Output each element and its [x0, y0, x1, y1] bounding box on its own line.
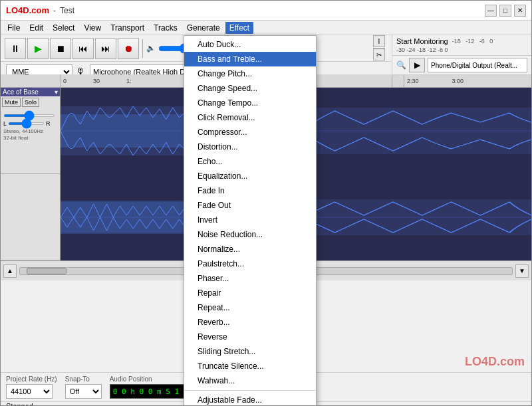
menu-file[interactable]: File: [3, 22, 24, 34]
status-text: Stopped.: [6, 402, 35, 406]
window-controls: — □ ✕: [485, 5, 526, 17]
ruler-mark-300: 3:00: [452, 78, 464, 84]
monitoring-row: Start Monitoring -18 -12 -6 0: [396, 37, 527, 45]
output-device-label: Phone/Digital Output (Realt...: [431, 62, 517, 69]
effect-fade-in[interactable]: Fade In: [184, 183, 316, 198]
play-button[interactable]: ▶: [27, 38, 49, 59]
play-right-button[interactable]: ▶: [409, 58, 425, 72]
effect-invert[interactable]: Invert: [184, 213, 316, 227]
effect-click-removal[interactable]: Click Removal...: [184, 110, 316, 125]
track-1-pan: L R: [1, 120, 60, 127]
app-window: LO4D.com - Test — □ ✕ File Edit Select V…: [0, 0, 532, 406]
track-2-controls: [1, 174, 61, 260]
menu-view[interactable]: View: [80, 22, 105, 34]
menu-generate[interactable]: Generate: [183, 22, 224, 34]
effect-repair[interactable]: Repair: [184, 286, 316, 300]
track-1-name: Ace of Base: [3, 88, 39, 96]
effect-equalization[interactable]: Equalization...: [184, 169, 316, 183]
expand-track-button[interactable]: ▲: [3, 264, 17, 278]
ruler-right: 2:30 3:00: [404, 74, 531, 87]
track-1-buttons: Mute Solo: [1, 96, 60, 108]
ruler-mark-0: 0: [63, 78, 66, 84]
watermark-text: LO4D.com: [465, 355, 525, 368]
meter-scale-label: -30 -24 -18 -12 -6 0: [396, 47, 448, 53]
mute-button[interactable]: Mute: [2, 98, 21, 107]
snap-to-label: Snap-To: [65, 375, 102, 383]
title-bar-left: LO4D.com - Test: [6, 5, 74, 15]
menu-edit[interactable]: Edit: [25, 22, 47, 34]
effect-auto-duck[interactable]: Auto Duck...: [184, 37, 316, 52]
app-logo: LO4D.com: [6, 5, 49, 15]
effect-change-speed[interactable]: Change Speed...: [184, 81, 316, 96]
pan-slider[interactable]: [8, 122, 45, 125]
monitoring-label: Start Monitoring: [396, 37, 448, 45]
effect-dropdown-menu: Auto Duck... Bass and Treble... Change P…: [184, 35, 317, 406]
pause-button[interactable]: ⏸: [5, 38, 26, 59]
menu-transport[interactable]: Transport: [106, 22, 148, 34]
collapse-icon: ▾: [55, 88, 58, 96]
monitoring-panel: Start Monitoring -18 -12 -6 0 -30 -24 -1…: [392, 35, 531, 56]
effect-truncate-silence[interactable]: Truncate Silence...: [184, 359, 316, 373]
menu-tracks[interactable]: Tracks: [150, 22, 182, 34]
track-1-name-bar: Ace of Base ▾: [1, 88, 60, 96]
effect-repeat[interactable]: Repeat...: [184, 300, 316, 315]
maximize-button[interactable]: □: [499, 5, 511, 17]
gain-slider[interactable]: [3, 114, 55, 117]
project-rate-label: Project Rate (Hz): [6, 375, 57, 383]
effect-noise-reduction[interactable]: Noise Reduction...: [184, 227, 316, 242]
watermark: LO4D.com: [465, 355, 525, 369]
speaker-icon: 🔈: [146, 44, 156, 52]
ruler-mark-1: 1:: [126, 78, 132, 84]
menu-bar: File Edit Select View Transport Tracks G…: [1, 21, 531, 35]
meter-scale-top: -18 -12 -6 0: [452, 38, 493, 45]
effect-compressor[interactable]: Compressor...: [184, 125, 316, 140]
ruler-left-spacer: [1, 74, 61, 87]
stop-button[interactable]: ⏹: [50, 38, 71, 59]
effect-adjustable-fade[interactable]: Adjustable Fade...: [184, 393, 316, 406]
effect-echo[interactable]: Echo...: [184, 154, 316, 169]
project-rate-select[interactable]: 44100: [6, 384, 53, 399]
minimize-button[interactable]: —: [485, 5, 497, 17]
title-separator: -: [53, 6, 56, 15]
output-device-display: Phone/Digital Output (Realt...: [428, 58, 527, 72]
menu-select[interactable]: Select: [49, 22, 78, 34]
search-icon: 🔍: [396, 60, 406, 70]
pan-r-label: R: [46, 120, 51, 127]
effect-sliding-stretch[interactable]: Sliding Stretch...: [184, 344, 316, 359]
pan-l-label: L: [3, 120, 7, 127]
record-button[interactable]: ⏺: [118, 38, 139, 59]
menu-effect[interactable]: Effect: [225, 22, 253, 34]
cut-tool-button[interactable]: ✂: [373, 49, 385, 60]
ruler-mark-230: 2:30: [407, 78, 419, 84]
effect-separator: [184, 390, 316, 391]
effect-distortion[interactable]: Distortion...: [184, 140, 316, 154]
ruler-mark-30: 30: [93, 78, 100, 84]
track-1-info: Stereo, 44100Hz32-bit float: [1, 127, 60, 144]
output-device-toolbar: 🔍 ▶ Phone/Digital Output (Realt...: [392, 56, 531, 75]
effect-normalize[interactable]: Normalize...: [184, 242, 316, 256]
scrollbar-thumb[interactable]: [27, 268, 66, 274]
select-tool-button[interactable]: I: [373, 35, 385, 47]
effect-phaser[interactable]: Phaser...: [184, 271, 316, 286]
effect-wahwah[interactable]: Wahwah...: [184, 373, 316, 388]
effect-change-tempo[interactable]: Change Tempo...: [184, 96, 316, 110]
effect-paulstretch[interactable]: Paulstretch...: [184, 256, 316, 271]
right-scroll-down[interactable]: ▼: [515, 264, 529, 278]
close-button[interactable]: ✕: [514, 5, 526, 17]
effect-change-pitch[interactable]: Change Pitch...: [184, 66, 316, 81]
snap-to-select[interactable]: Off: [65, 384, 102, 399]
effect-reverse[interactable]: Reverse: [184, 330, 316, 344]
ruler-right-spacer: [392, 74, 404, 87]
title-bar: LO4D.com - Test — □ ✕: [1, 1, 531, 21]
project-rate-section: Project Rate (Hz) 44100: [6, 375, 57, 399]
solo-button[interactable]: Solo: [22, 98, 39, 107]
skip-back-button[interactable]: ⏮: [72, 38, 94, 59]
cut-tool-area: ✂: [373, 49, 385, 60]
track-1-controls: Ace of Base ▾ Mute Solo L: [1, 88, 61, 174]
effect-fade-out[interactable]: Fade Out: [184, 198, 316, 213]
effect-reverb[interactable]: Reverb...: [184, 315, 316, 330]
effect-bass-treble[interactable]: Bass and Treble...: [184, 52, 316, 66]
snap-to-section: Snap-To Off: [65, 375, 102, 399]
toolbar-separator: [142, 39, 143, 58]
skip-fwd-button[interactable]: ⏭: [95, 38, 116, 59]
